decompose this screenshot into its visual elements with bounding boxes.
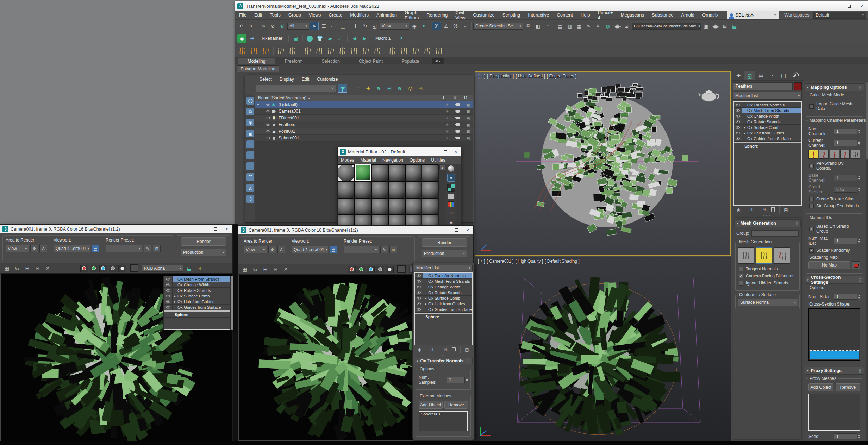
billboard-mesh-mode-button[interactable] (756, 247, 772, 264)
use-pivot-center-icon[interactable]: ◉ (410, 22, 419, 30)
frozen-column-header[interactable]: F... (442, 95, 452, 100)
background-checker-icon[interactable] (447, 184, 455, 192)
uv-mode-button-4[interactable] (840, 150, 850, 159)
num-samples-field[interactable]: 1 (447, 377, 465, 383)
strand-count-icon[interactable] (361, 45, 371, 56)
display-toggle[interactable]: ▣ (463, 135, 473, 141)
viewport-menu-plus[interactable]: [ + ] (478, 74, 485, 79)
visibility-eye-icon[interactable] (164, 282, 173, 287)
modifier-stack-item[interactable]: ▸ Ox Surface Comb (734, 125, 801, 130)
checkbox-row[interactable]: Str. Group Tex. Islands (809, 203, 860, 208)
material-slot[interactable] (422, 198, 438, 215)
tab-modify[interactable]: ◱ (744, 71, 755, 80)
external-mesh-item[interactable]: Sphere001 (419, 412, 467, 416)
checkbox-row[interactable]: Camera Facing Billboards (739, 274, 796, 278)
polygon-modeling-tab[interactable]: Polygon Modeling (237, 65, 279, 72)
explorer-menu-item[interactable]: Edit (298, 77, 313, 82)
maximize-button[interactable] (210, 225, 221, 233)
filter-groups-icon[interactable]: ⬚ (246, 162, 254, 170)
flatten-layers-icon[interactable]: ≋ (395, 84, 404, 93)
checkbox-row[interactable]: Scatter Randomly (809, 248, 860, 253)
material-menu-item[interactable]: Utilities (428, 158, 448, 163)
scale-icon[interactable]: ◱ (370, 22, 379, 30)
modifier-stack-item[interactable]: ▸ Ox Change Width (415, 284, 472, 290)
clone-window-icon[interactable]: ⊟ (261, 265, 270, 274)
setup-icon[interactable]: ⊞ (153, 245, 161, 252)
angle-snap-icon[interactable]: ∠ (442, 22, 450, 30)
minimize-button[interactable] (429, 147, 440, 156)
ribbon-tab[interactable]: Modeling (238, 58, 275, 64)
material-slot[interactable] (388, 164, 405, 181)
num-channels-field[interactable]: 1 (834, 129, 857, 134)
base-object-row[interactable]: Sphere (164, 312, 230, 318)
make-unique-icon[interactable]: % (761, 207, 768, 213)
ribbon-tab[interactable]: Selection (312, 58, 349, 64)
select-object-icon[interactable]: ➤ (310, 22, 319, 30)
proxy-mesh-list[interactable] (808, 394, 860, 431)
render-preset-dropdown[interactable]: ▾ (344, 246, 379, 253)
sample-tiling-icon[interactable] (448, 194, 454, 199)
filter-xrefs-icon[interactable]: ☷ (246, 173, 254, 181)
menu-item[interactable]: Megascans (617, 12, 648, 18)
visibility-eye-icon[interactable] (734, 136, 742, 141)
menu-item[interactable]: File (235, 12, 250, 18)
material-slot[interactable] (388, 215, 405, 225)
green-channel-icon[interactable] (90, 265, 98, 272)
edit-region-icon[interactable]: ✥ (268, 246, 276, 253)
material-menu-item[interactable]: Material (357, 158, 379, 163)
clump-icon[interactable] (411, 45, 421, 56)
material-slot[interactable] (338, 164, 355, 181)
bind-spacewarp-icon[interactable]: ≶ (278, 22, 287, 30)
filter-cameras-icon[interactable]: ▣ (246, 130, 254, 137)
stack-scrollbar[interactable] (231, 276, 233, 330)
freeze-toggle[interactable]: ✳ (442, 115, 452, 121)
explorer-menu-item[interactable]: Display (276, 77, 298, 82)
material-slot[interactable] (355, 181, 371, 198)
named-selection-dropdown[interactable]: Create Selection Se▾ (473, 23, 523, 30)
scattering-map-button[interactable]: No Map (808, 261, 850, 269)
clear-icon[interactable]: ✕ (43, 264, 52, 272)
save-hair-icon[interactable] (261, 45, 271, 56)
backlight-icon[interactable]: ● (447, 174, 455, 182)
show-end-result-icon[interactable]: Ⅱ (748, 207, 755, 213)
visibility-eye-icon[interactable] (164, 276, 173, 282)
hair-info-icon[interactable] (249, 45, 260, 56)
red-channel-icon[interactable] (348, 266, 356, 273)
modifier-stack-item[interactable]: ▸ Ox Change Width (164, 282, 230, 288)
surface-comb-icon[interactable] (372, 45, 383, 56)
proxy-settings-rollout-header[interactable]: Proxy Settings⣿ (805, 367, 864, 375)
plugin-green-icon[interactable]: ◉ (237, 34, 246, 43)
modifier-stack-item[interactable]: ▸ Ox Transfer Normals (734, 102, 801, 108)
checkbox-row[interactable]: Per-Strand UV Coords. (809, 161, 860, 171)
render-iterative-icon[interactable]: ⊞ (720, 22, 729, 30)
menu-item[interactable]: Substance (648, 12, 677, 18)
viewport-shading-label[interactable]: [ Edged Faces ] (547, 74, 576, 79)
spinner-snap-icon[interactable]: ⌁ (461, 22, 469, 30)
auto-region-icon[interactable]: A (277, 246, 285, 253)
channel-display-dropdown[interactable]: RGB Alpha▾ (142, 265, 183, 272)
viewport-dropdown[interactable]: Quad 4...era001▾ (54, 245, 90, 252)
asset-library-icon[interactable]: ▣ (701, 22, 710, 30)
menu-item[interactable]: Modifiers (346, 12, 373, 18)
select-by-name-icon[interactable]: ☰ (319, 22, 328, 30)
transfer-normals-rollout-header[interactable]: Ox Transfer Normals⣿ (414, 358, 473, 364)
cross-section-shape-editor[interactable] (808, 308, 860, 361)
length-icon[interactable] (349, 45, 360, 56)
modifier-stack-item[interactable]: ▸ Ox Change Width (734, 113, 801, 119)
material-slot[interactable] (405, 164, 422, 181)
menu-item[interactable]: Ornatrix (698, 12, 722, 18)
scene-explorer-row[interactable]: ▾ Camera001 ✳ ▣ (255, 108, 473, 115)
percent-snap-icon[interactable]: % (451, 22, 460, 30)
menu-item[interactable]: Arnold (677, 12, 699, 18)
configure-modifier-sets-icon[interactable]: ▤ (783, 207, 789, 213)
filter-lights-icon[interactable]: ◉ (246, 119, 254, 126)
select-manipulate-icon[interactable]: ✦ (419, 22, 428, 30)
menu-item[interactable]: Edit (250, 12, 266, 18)
print-image-icon[interactable]: ⌸ (271, 265, 280, 274)
remove-modifier-icon[interactable] (770, 207, 776, 213)
visibility-eye-icon[interactable] (266, 130, 270, 132)
renderable-toggle[interactable] (452, 115, 463, 121)
viewport-menu-plus[interactable]: [ + ] (478, 259, 485, 264)
uv-mode-button-5[interactable] (851, 150, 860, 159)
edit-named-selection-icon[interactable]: ⧉ (524, 22, 533, 30)
